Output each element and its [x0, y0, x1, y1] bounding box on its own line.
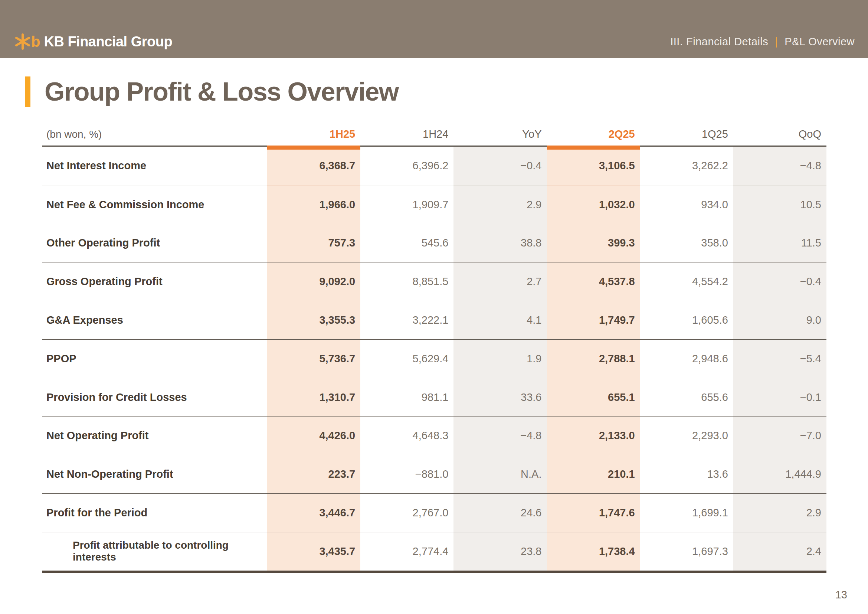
table-row: Net Fee & Commission Income1,966.01,909.…	[42, 185, 826, 224]
row-label: Profit attributable to controlling inter…	[42, 532, 267, 571]
value-cell-1h25: 3,446.7	[267, 493, 360, 532]
value-cell-2q25: 4,537.8	[547, 262, 640, 301]
row-label: Net Fee & Commission Income	[42, 185, 267, 224]
row-label: Net Operating Profit	[42, 417, 267, 455]
column-header-1h24: 1H24	[360, 128, 454, 146]
value-cell-1q25: 3,262.2	[640, 147, 733, 185]
value-cell-1h25: 5,736.7	[267, 339, 360, 378]
value-cell-2q25: 399.3	[547, 224, 640, 262]
value-cell-2q25: 1,747.6	[547, 493, 640, 532]
unit-label: (bn won, %)	[42, 129, 267, 146]
value-cell-qoq: 9.0	[733, 301, 826, 339]
value-cell-1h24: 8,851.5	[360, 262, 454, 301]
value-cell-qoq: −5.4	[733, 339, 826, 378]
top-bar: b KB Financial Group III. Financial Deta…	[0, 0, 868, 58]
value-cell-1h24: −881.0	[360, 455, 454, 493]
value-cell-1q25: 358.0	[640, 224, 733, 262]
value-cell-yoy: 38.8	[454, 224, 547, 262]
row-label: Other Operating Profit	[42, 224, 267, 262]
table-row: Provision for Credit Losses1,310.7981.13…	[42, 378, 826, 417]
breadcrumb-section: III. Financial Details	[670, 36, 768, 48]
column-header-1h25: 1H25	[267, 128, 360, 146]
value-cell-1q25: 934.0	[640, 185, 733, 224]
table-row: G&A Expenses3,355.33,222.14.11,749.71,60…	[42, 301, 826, 339]
column-header-qoq: QoQ	[733, 128, 826, 146]
value-cell-qoq: −7.0	[733, 417, 826, 455]
breadcrumb-separator: |	[775, 36, 778, 48]
value-cell-qoq: −4.8	[733, 147, 826, 185]
value-cell-2q25: 1,032.0	[547, 185, 640, 224]
table-row: Net Operating Profit4,426.04,648.3−4.82,…	[42, 417, 826, 455]
page-number: 13	[835, 589, 847, 601]
row-label: G&A Expenses	[42, 301, 267, 339]
row-label: Net Interest Income	[42, 147, 267, 185]
title-accent-bar	[25, 76, 30, 107]
row-label: Net Non-Operating Profit	[42, 455, 267, 493]
value-cell-1h25: 9,092.0	[267, 262, 360, 301]
kb-logo-b: b	[31, 34, 40, 49]
value-cell-yoy: 23.8	[454, 532, 547, 571]
table-row: Profit for the Period3,446.72,767.024.61…	[42, 493, 826, 532]
column-header-yoy: YoY	[454, 128, 547, 146]
value-cell-yoy: 2.9	[454, 185, 547, 224]
column-accent-bar	[547, 146, 640, 150]
value-cell-1h24: 3,222.1	[360, 301, 454, 339]
value-cell-2q25: 210.1	[547, 455, 640, 493]
value-cell-1h24: 545.6	[360, 224, 454, 262]
value-cell-1h25: 1,966.0	[267, 185, 360, 224]
value-cell-yoy: −4.8	[454, 417, 547, 455]
row-label: Profit for the Period	[42, 493, 267, 532]
value-cell-2q25: 3,106.5	[547, 147, 640, 185]
value-cell-2q25: 2,133.0	[547, 417, 640, 455]
value-cell-1h24: 1,909.7	[360, 185, 454, 224]
value-cell-yoy: 33.6	[454, 378, 547, 417]
value-cell-qoq: −0.4	[733, 262, 826, 301]
kb-logo: b KB Financial Group	[14, 33, 172, 50]
value-cell-1h25: 3,435.7	[267, 532, 360, 571]
value-cell-2q25: 1,749.7	[547, 301, 640, 339]
value-cell-1h24: 2,767.0	[360, 493, 454, 532]
column-accent-bar	[267, 146, 360, 150]
row-label: Gross Operating Profit	[42, 262, 267, 301]
value-cell-2q25: 1,738.4	[547, 532, 640, 571]
value-cell-1h24: 6,396.2	[360, 147, 454, 185]
value-cell-yoy: 4.1	[454, 301, 547, 339]
value-cell-qoq: −0.1	[733, 378, 826, 417]
value-cell-qoq: 11.5	[733, 224, 826, 262]
table-row: Gross Operating Profit9,092.08,851.52.74…	[42, 262, 826, 301]
value-cell-yoy: 1.9	[454, 339, 547, 378]
column-header-1q25: 1Q25	[640, 128, 733, 146]
table-row: Other Operating Profit757.3545.638.8399.…	[42, 224, 826, 262]
table-body: Net Interest Income6,368.76,396.2−0.43,1…	[42, 147, 826, 573]
value-cell-1h25: 3,355.3	[267, 301, 360, 339]
value-cell-yoy: 24.6	[454, 493, 547, 532]
value-cell-qoq: 10.5	[733, 185, 826, 224]
row-label: PPOP	[42, 339, 267, 378]
value-cell-1q25: 2,293.0	[640, 417, 733, 455]
table-row: Profit attributable to controlling inter…	[42, 532, 826, 571]
page-title-block: Group Profit & Loss Overview	[25, 76, 398, 107]
value-cell-1q25: 13.6	[640, 455, 733, 493]
table-row: PPOP5,736.75,629.41.92,788.12,948.6−5.4	[42, 339, 826, 378]
kb-star-icon	[14, 33, 31, 50]
column-header-2q25: 2Q25	[547, 128, 640, 146]
table-row: Net Interest Income6,368.76,396.2−0.43,1…	[42, 147, 826, 185]
value-cell-1q25: 655.6	[640, 378, 733, 417]
value-cell-1q25: 1,605.6	[640, 301, 733, 339]
table-row: Net Non-Operating Profit223.7−881.0N.A.2…	[42, 455, 826, 493]
value-cell-1h24: 4,648.3	[360, 417, 454, 455]
row-label: Provision for Credit Losses	[42, 378, 267, 417]
value-cell-1h25: 1,310.7	[267, 378, 360, 417]
value-cell-1h25: 757.3	[267, 224, 360, 262]
value-cell-1q25: 1,697.3	[640, 532, 733, 571]
value-cell-yoy: N.A.	[454, 455, 547, 493]
value-cell-1h24: 2,774.4	[360, 532, 454, 571]
value-cell-1q25: 2,948.6	[640, 339, 733, 378]
value-cell-1h25: 6,368.7	[267, 147, 360, 185]
value-cell-1h24: 981.1	[360, 378, 454, 417]
kb-logo-text: KB Financial Group	[44, 34, 172, 49]
value-cell-2q25: 655.1	[547, 378, 640, 417]
pnl-table: (bn won, %)1H251H24YoY2Q251Q25QoQNet Int…	[42, 112, 826, 573]
table-header-row: (bn won, %)1H251H24YoY2Q251Q25QoQ	[42, 112, 826, 147]
slide: b KB Financial Group III. Financial Deta…	[0, 0, 868, 614]
